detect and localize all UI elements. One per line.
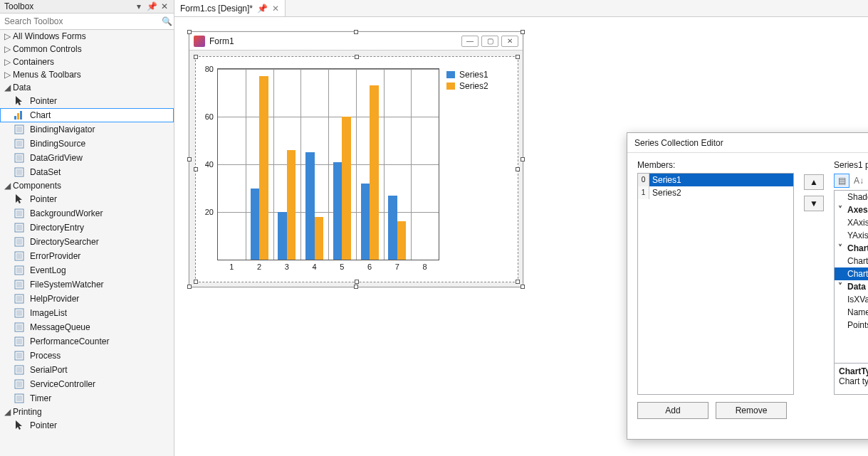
property-row[interactable]: Name (835, 306, 868, 319)
member-label: Series1 (649, 174, 793, 186)
toolbox-item[interactable]: HelpProvider (0, 292, 174, 306)
resize-handle[interactable] (516, 167, 520, 171)
worker-icon (13, 208, 26, 219)
resize-handle[interactable] (354, 30, 358, 34)
toolbox-item[interactable]: SerialPort (0, 363, 174, 377)
property-category[interactable]: ˅Axes (835, 203, 868, 216)
toolbox-category[interactable]: ▷All Windows Forms (0, 30, 174, 43)
form-titlebar[interactable]: Form1 — ▢ ✕ (189, 32, 523, 51)
design-area: Form1.cs [Design]* 📌 ✕ Form1 — ▢ ✕ (174, 0, 868, 456)
toolbox-item[interactable]: Chart (0, 108, 174, 122)
minimize-button[interactable]: — (461, 36, 479, 47)
toolbox-item[interactable]: DataSet (0, 165, 174, 179)
toolbox-title: Toolbox (4, 1, 33, 11)
svg-rect-8 (16, 155, 22, 161)
toolbox-item[interactable]: BindingNavigator (0, 122, 174, 137)
resize-handle[interactable] (521, 30, 525, 34)
close-button[interactable]: ✕ (501, 36, 518, 47)
toolbox-item[interactable]: BackgroundWorker (0, 206, 174, 221)
toolbox-item[interactable]: DataGridView (0, 151, 174, 165)
resize-handle[interactable] (194, 167, 198, 171)
item-label: BindingSource (30, 139, 85, 149)
property-row[interactable]: ChartTypeColumn▾ (835, 267, 868, 280)
property-row[interactable]: XAxisTypePrimary (835, 216, 868, 229)
resize-handle[interactable] (521, 285, 525, 289)
add-button[interactable]: Add (637, 402, 708, 419)
toolbox-item[interactable]: Timer (0, 391, 174, 405)
svg-rect-2 (20, 111, 22, 120)
close-icon[interactable]: ✕ (160, 1, 169, 11)
toolbox-item[interactable]: FileSystemWatcher (0, 277, 174, 292)
categorized-icon[interactable]: ▤ (834, 174, 849, 188)
pin-icon[interactable]: 📌 (147, 1, 157, 11)
toolbox-category[interactable]: ▷Menus & Toolbars (0, 68, 174, 81)
property-grid[interactable]: ShadowOffset0˅AxesXAxisTypePrimaryYAxisT… (834, 190, 868, 364)
toolbox-category[interactable]: ▷Containers (0, 55, 174, 68)
property-row[interactable]: YAxisTypePrimary (835, 229, 868, 242)
pin-icon[interactable]: 📌 (257, 4, 268, 14)
collapse-icon[interactable]: ˅ (835, 205, 846, 215)
resize-handle[interactable] (516, 55, 520, 59)
remove-button[interactable]: Remove (716, 402, 787, 419)
resize-handle[interactable] (187, 30, 192, 34)
member-row[interactable]: 1Series2 (638, 186, 793, 199)
resize-handle[interactable] (187, 157, 192, 161)
chart-control[interactable]: 2040608012345678 Series1Series2 (195, 56, 518, 282)
toolbox-item[interactable]: BindingSource (0, 137, 174, 151)
toolbox-category[interactable]: ◢Components (0, 179, 174, 192)
properties-label: Series1 properties: (834, 160, 868, 170)
toolbox-category[interactable]: ◢Data (0, 81, 174, 94)
property-row[interactable]: ShadowOffset0 (835, 191, 868, 203)
toolbox-item[interactable]: MessageQueue (0, 320, 174, 334)
member-row[interactable]: 0Series1 (638, 174, 793, 186)
toolbox-item[interactable]: Pointer (0, 192, 174, 206)
members-label: Members: (637, 160, 794, 170)
close-icon[interactable]: ✕ (272, 4, 279, 14)
toolbox-item[interactable]: ImageList (0, 306, 174, 320)
toolbox-item[interactable]: ErrorProvider (0, 249, 174, 263)
x-tick-label: 4 (313, 260, 317, 271)
tab-form1-design[interactable]: Form1.cs [Design]* 📌 ✕ (174, 0, 286, 16)
resize-handle[interactable] (187, 285, 192, 289)
resize-handle[interactable] (354, 285, 358, 289)
resize-handle[interactable] (521, 157, 525, 161)
property-category[interactable]: ˅Data (835, 280, 868, 293)
property-row[interactable]: IsXValueIndex (835, 293, 868, 306)
x-tick-label: 7 (395, 260, 399, 271)
search-icon[interactable]: 🔍 (160, 16, 174, 26)
toolbox-item[interactable]: EventLog (0, 263, 174, 277)
member-index: 1 (638, 186, 649, 199)
property-row[interactable]: ChartAreaChartArea1 (835, 255, 868, 267)
toolbox-item[interactable]: DirectoryEntry (0, 221, 174, 235)
search-input[interactable] (0, 14, 160, 29)
collapse-icon[interactable]: ˅ (835, 243, 846, 253)
members-list[interactable]: 0Series11Series2 (637, 173, 794, 395)
toolbox-item[interactable]: DirectorySearcher (0, 235, 174, 249)
alphabetical-icon[interactable]: A↓ (851, 174, 867, 188)
dialog-titlebar[interactable]: Series Collection Editor ? ✕ (627, 133, 868, 153)
toolbox-item[interactable]: ServiceController (0, 377, 174, 391)
bar (305, 152, 314, 260)
collapse-icon[interactable]: ˅ (835, 282, 846, 292)
form-window[interactable]: Form1 — ▢ ✕ (189, 31, 523, 287)
toolbox-item[interactable]: Pointer (0, 94, 174, 108)
move-up-button[interactable]: ▲ (804, 174, 824, 190)
legend-swatch (446, 71, 455, 78)
toolbox-item[interactable]: PerformanceCounter (0, 334, 174, 349)
resize-handle[interactable] (355, 55, 359, 59)
maximize-button[interactable]: ▢ (481, 36, 498, 47)
toolbox-category[interactable]: ▷Common Controls (0, 43, 174, 55)
resize-handle[interactable] (516, 280, 520, 284)
property-category[interactable]: ˅Chart (835, 242, 868, 255)
toolbox-item[interactable]: Process (0, 349, 174, 363)
property-row[interactable]: Points (835, 319, 868, 332)
resize-handle[interactable] (194, 280, 198, 284)
eventlog-icon (13, 265, 26, 276)
toolbox-category[interactable]: ◢Printing (0, 405, 174, 418)
svg-rect-24 (16, 296, 22, 302)
toolbox-item[interactable]: Pointer (0, 418, 174, 433)
dropdown-icon[interactable]: ▾ (134, 1, 144, 11)
resize-handle[interactable] (194, 55, 198, 59)
move-down-button[interactable]: ▼ (804, 196, 824, 211)
resize-handle[interactable] (355, 280, 359, 284)
